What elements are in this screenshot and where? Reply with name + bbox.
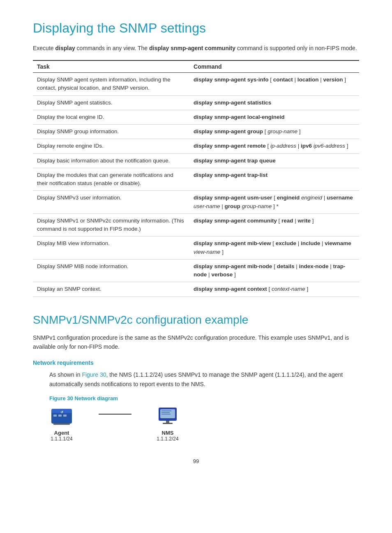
table-row: Display SNMPv1 or SNMPv2c community info…: [33, 213, 359, 236]
table-row: Display SNMP group information.display s…: [33, 125, 359, 139]
nms-label: NMS: [162, 430, 174, 436]
section2-title: SNMPv1/SNMPv2c configuration example: [33, 313, 359, 327]
table-row: Display SNMP agent statistics.display sn…: [33, 95, 359, 110]
command-cell: display snmp-agent mib-node [ details | …: [189, 259, 359, 282]
task-cell: Display SNMP agent statistics.: [33, 95, 189, 110]
section2-intro: SNMPv1 configuration procedure is the sa…: [33, 333, 359, 352]
svg-rect-10: [161, 412, 170, 413]
task-cell: Display SNMP agent system information, i…: [33, 73, 189, 96]
svg-rect-13: [163, 423, 173, 424]
network-req-body: As shown in Figure 30, the NMS (1.1.1.2/…: [49, 370, 359, 389]
task-cell: Display SNMPv1 or SNMPv2c community info…: [33, 213, 189, 236]
command-cell: display snmp-agent trap queue: [189, 153, 359, 168]
command-cell: display snmp-agent context [ context-nam…: [189, 282, 359, 297]
network-requirements-heading: Network requirements: [33, 359, 359, 366]
nms-icon: [156, 406, 179, 428]
snmp-commands-table: Task Command Display SNMP agent system i…: [33, 60, 359, 297]
nms-addr: 1.1.1.2/24: [157, 436, 178, 442]
task-cell: Display SNMPv3 user information.: [33, 191, 189, 214]
svg-rect-2: [53, 415, 57, 417]
command-cell: display snmp-agent local-engineid: [189, 110, 359, 124]
task-cell: Display basic information about the noti…: [33, 153, 189, 168]
task-cell: Display remote engine IDs.: [33, 139, 189, 153]
task-cell: Display the local engine ID.: [33, 110, 189, 124]
table-row: Display remote engine IDs.display snmp-a…: [33, 139, 359, 153]
command-cell: display snmp-agent sys-info [ contact | …: [189, 73, 359, 96]
task-cell: Display MIB view information.: [33, 236, 189, 260]
agent-label: Agent: [54, 430, 69, 436]
task-cell: Display SNMP MIB node information.: [33, 259, 189, 282]
svg-rect-12: [166, 421, 169, 423]
agent-icon: ↺: [49, 406, 74, 428]
task-cell: Display the modules that can generate no…: [33, 168, 189, 191]
svg-rect-11: [161, 414, 171, 415]
svg-rect-4: [63, 415, 67, 417]
table-row: Display the modules that can generate no…: [33, 168, 359, 191]
table-row: Display SNMP agent system information, i…: [33, 73, 359, 96]
section1-intro: Execute display commands in any view. Th…: [33, 44, 359, 53]
section1-title: Displaying the SNMP settings: [33, 21, 359, 36]
table-row: Display basic information about the noti…: [33, 153, 359, 168]
task-cell: Display SNMP group information.: [33, 125, 189, 139]
command-cell: display snmp-agent statistics: [189, 95, 359, 110]
command-cell: display snmp-agent trap-list: [189, 168, 359, 191]
command-cell: display snmp-agent remote [ ip-address |…: [189, 139, 359, 153]
task-cell: Display an SNMP context.: [33, 282, 189, 297]
section2: SNMPv1/SNMPv2c configuration example SNM…: [33, 313, 359, 442]
bold-community-cmd: display snmp-agent community: [149, 45, 235, 51]
nms-node: NMS 1.1.1.2/24: [156, 406, 179, 442]
svg-rect-5: [53, 424, 70, 425]
agent-addr: 1.1.1.1/24: [51, 436, 72, 442]
table-row: Display SNMPv3 user information.display …: [33, 191, 359, 214]
command-cell: display snmp-agent mib-view [ exclude | …: [189, 236, 359, 260]
page-number: 99: [33, 458, 359, 464]
command-cell: display snmp-agent community [ read | wr…: [189, 213, 359, 236]
table-row: Display SNMP MIB node information.displa…: [33, 259, 359, 282]
line: [99, 414, 131, 415]
table-row: Display MIB view information.display snm…: [33, 236, 359, 260]
table-row: Display the local engine ID.display snmp…: [33, 110, 359, 124]
figure-label: Figure 30 Network diagram: [49, 395, 359, 401]
bold-display: display: [55, 45, 75, 51]
svg-text:↺: ↺: [60, 410, 63, 414]
network-diagram: ↺ Agent 1.1.1.1/24: [49, 406, 359, 442]
agent-node: ↺ Agent 1.1.1.1/24: [49, 406, 74, 442]
col-command-header: Command: [189, 60, 359, 73]
command-cell: display snmp-agent group [ group-name ]: [189, 125, 359, 139]
svg-rect-9: [161, 410, 171, 411]
figure30-link[interactable]: Figure 30: [82, 371, 106, 378]
col-task-header: Task: [33, 60, 189, 73]
command-cell: display snmp-agent usm-user [ engineid e…: [189, 191, 359, 214]
table-row: Display an SNMP context.display snmp-age…: [33, 282, 359, 297]
connection-line: [99, 414, 131, 415]
svg-rect-3: [58, 415, 62, 417]
